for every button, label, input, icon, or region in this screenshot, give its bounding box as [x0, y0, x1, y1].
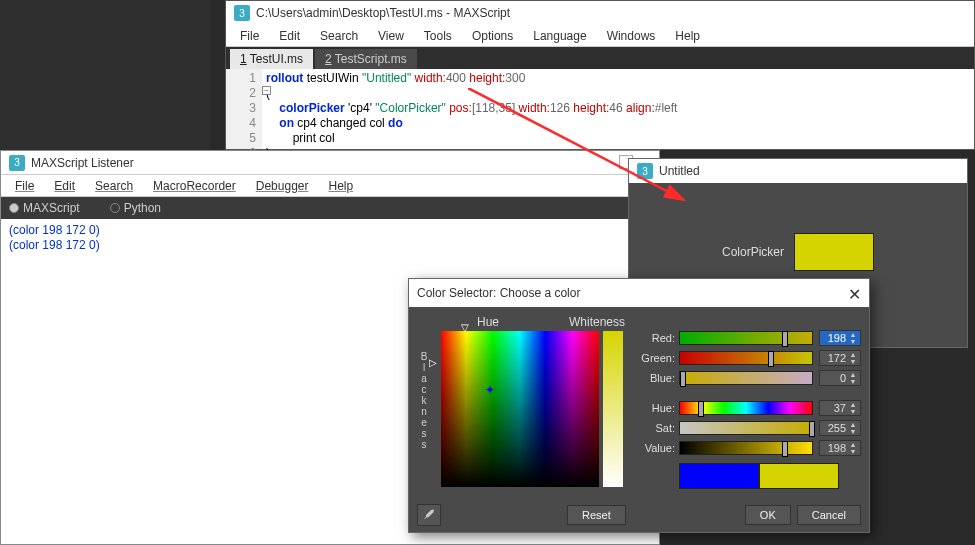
sat-slider[interactable] [679, 421, 813, 435]
blue-row: Blue: ▲▼ [633, 369, 861, 387]
code-area[interactable]: 1234567 rollout testUIWin "Untitled" wid… [226, 69, 974, 149]
cancel-button[interactable]: Cancel [797, 505, 861, 525]
editor-titlebar: 3 C:\Users\admin\Desktop\TestUI.ms - MAX… [226, 1, 974, 25]
red-spinner[interactable]: ▲▼ [819, 330, 861, 346]
menu-file[interactable]: File [230, 29, 269, 43]
listener-menubar[interactable]: File Edit Search MacroRecorder Debugger … [1, 175, 659, 197]
colorpicker-label: ColorPicker [722, 245, 784, 259]
hue-heading: Hue [477, 315, 499, 329]
sat-spinner[interactable]: ▲▼ [819, 420, 861, 436]
menu-help[interactable]: Help [665, 29, 710, 43]
menu-macrorecorder[interactable]: MacroRecorder [143, 179, 246, 193]
menu-search[interactable]: Search [310, 29, 368, 43]
hue-row: Hue: ▲▼ [633, 399, 861, 417]
new-color-preview [759, 463, 839, 489]
blue-slider[interactable] [679, 371, 813, 385]
value-row: Value: ▲▼ [633, 439, 861, 457]
color-selector-dialog: Color Selector: Choose a color ✕ Hue Whi… [408, 278, 870, 533]
eyedropper-icon [422, 508, 436, 522]
listener-output[interactable]: (color 198 172 0) (color 198 172 0) [1, 219, 659, 257]
value-slider[interactable] [679, 441, 813, 455]
blue-spinner[interactable]: ▲▼ [819, 370, 861, 386]
close-icon[interactable]: ✕ [848, 285, 861, 304]
hue-value-picker[interactable]: ✦ [441, 331, 599, 487]
menu-edit[interactable]: Edit [44, 179, 85, 193]
app-icon: 3 [637, 163, 653, 179]
editor-title: C:\Users\admin\Desktop\TestUI.ms - MAXSc… [256, 6, 510, 20]
hue-slider[interactable] [679, 401, 813, 415]
menu-debugger[interactable]: Debugger [246, 179, 319, 193]
maxscript-editor-window: 3 C:\Users\admin\Desktop\TestUI.ms - MAX… [225, 0, 975, 150]
eyedropper-button[interactable] [417, 504, 441, 526]
editor-tabbar: 1 TestUI.ms 2 TestScript.ms [226, 47, 974, 69]
menu-view[interactable]: View [368, 29, 414, 43]
blackness-label: Blackness [417, 351, 431, 450]
green-row: Green: ▲▼ [633, 349, 861, 367]
tab-testscript[interactable]: 2 TestScript.ms [315, 49, 417, 69]
menu-windows[interactable]: Windows [597, 29, 666, 43]
radio-python[interactable]: Python [110, 201, 161, 215]
red-row: Red: ▲▼ [633, 329, 861, 347]
reset-button[interactable]: Reset [567, 505, 626, 525]
listener-lang-tabs: MAXScript Python [1, 197, 659, 219]
tab-testui[interactable]: 1 TestUI.ms [230, 49, 313, 69]
menu-language[interactable]: Language [523, 29, 596, 43]
fold-toggle[interactable]: − [262, 86, 271, 95]
color-dlg-title: Color Selector: Choose a color [417, 286, 580, 300]
untitled-title: Untitled [659, 164, 700, 178]
menu-options[interactable]: Options [462, 29, 523, 43]
green-spinner[interactable]: ▲▼ [819, 350, 861, 366]
ok-button[interactable]: OK [745, 505, 791, 525]
app-icon: 3 [234, 5, 250, 21]
app-icon: 3 [9, 155, 25, 171]
red-slider[interactable] [679, 331, 813, 345]
whiteness-slider[interactable] [603, 331, 623, 487]
color-dlg-titlebar: Color Selector: Choose a color ✕ [409, 279, 869, 307]
menu-file[interactable]: File [5, 179, 44, 193]
colorpicker-swatch[interactable] [794, 233, 874, 271]
listener-titlebar: 3 MAXScript Listener [1, 151, 659, 175]
radio-maxscript[interactable]: MAXScript [9, 201, 80, 215]
whiteness-heading: Whiteness [569, 315, 625, 329]
code-text[interactable]: rollout testUIWin "Untitled" width:400 h… [262, 69, 974, 149]
menu-tools[interactable]: Tools [414, 29, 462, 43]
sat-row: Sat: ▲▼ [633, 419, 861, 437]
green-slider[interactable] [679, 351, 813, 365]
menu-help[interactable]: Help [318, 179, 363, 193]
picker-crosshair-icon: ✦ [485, 383, 495, 397]
listener-title: MAXScript Listener [31, 156, 134, 170]
old-color-preview [679, 463, 759, 489]
value-spinner[interactable]: ▲▼ [819, 440, 861, 456]
hue-spinner[interactable]: ▲▼ [819, 400, 861, 416]
menu-search[interactable]: Search [85, 179, 143, 193]
line-gutter: 1234567 [226, 69, 262, 149]
rgb-hsv-fields: Red: ▲▼ Green: ▲▼ Blue: ▲▼ Hue: ▲▼ Sa [633, 329, 861, 489]
menu-edit[interactable]: Edit [269, 29, 310, 43]
untitled-titlebar: 3 Untitled [629, 159, 967, 183]
editor-menubar[interactable]: File Edit Search View Tools Options Lang… [226, 25, 974, 47]
